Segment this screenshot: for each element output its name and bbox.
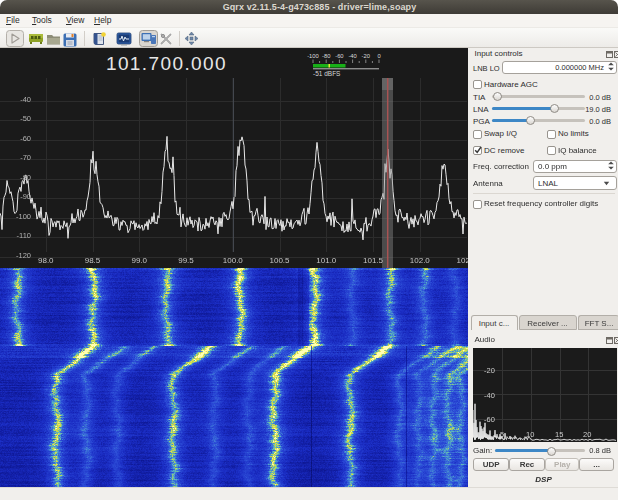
- svg-text:-100: -100: [307, 53, 319, 59]
- svg-text:-20: -20: [362, 53, 370, 59]
- svg-text:-80: -80: [322, 53, 330, 59]
- svg-text:-40: -40: [348, 53, 356, 59]
- svg-text:-60: -60: [335, 53, 343, 59]
- svg-text:-51 dBFS: -51 dBFS: [313, 70, 341, 77]
- svg-text:0: 0: [377, 53, 380, 59]
